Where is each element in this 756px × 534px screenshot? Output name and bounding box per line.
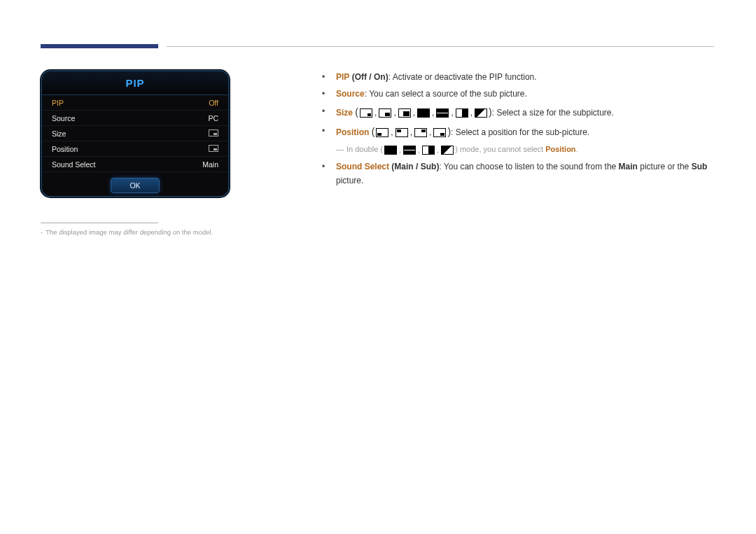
position-top-right-icon	[414, 128, 427, 137]
bullet-body: Source: You can select a source of the s…	[336, 87, 714, 101]
size-desc: : Select a size for the subpicture.	[492, 108, 614, 118]
osd-row-label: Source	[52, 114, 75, 122]
label-sound: Sound Select	[336, 162, 389, 171]
bullet-dot-icon: •	[322, 87, 336, 101]
footnote-dash: -	[41, 228, 43, 236]
position-bottom-right-icon	[433, 128, 446, 137]
lparen: (	[355, 106, 358, 118]
size-double-vertical-icon	[417, 108, 430, 118]
sound-desc-b: picture or the	[638, 162, 692, 171]
pip-on: On	[374, 72, 386, 82]
osd-panel: PIP PIP Off Source PC Size Position Soun…	[41, 70, 230, 197]
content-area: • PIP (Off / On): Activate or deactivate…	[322, 70, 714, 191]
position-icons-group: , , ,	[376, 125, 446, 139]
dash-icon: ―	[336, 145, 344, 153]
osd-row-value	[209, 129, 218, 138]
label-source: Source	[336, 89, 365, 99]
position-desc: : Select a position for the sub-picture.	[451, 127, 589, 137]
position-subnote: ―In double ( , , , ) mode, you cannot se…	[336, 143, 714, 156]
subnote-end: .	[576, 145, 578, 153]
bullet-source: • Source: You can select a source of the…	[322, 87, 714, 101]
sound-desc-a: : You can choose to listen to the sound …	[439, 162, 618, 171]
size-double-horizontal-icon	[436, 108, 449, 118]
subnote-position-word: Position	[545, 145, 575, 153]
section-divider	[167, 46, 714, 47]
size-medium-icon	[379, 108, 391, 118]
label-position: Position	[336, 127, 369, 137]
bullet-pip: • PIP (Off / On): Activate or deactivate…	[322, 70, 714, 84]
pip-off: Off	[355, 72, 367, 82]
sound-slash: /	[414, 162, 421, 171]
sound-main-word: Main	[619, 162, 638, 171]
source-desc: : You can select a source of the sub pic…	[365, 89, 527, 99]
pip-slash: /	[367, 72, 374, 82]
subnote-suffix: ) mode, you cannot select	[455, 145, 545, 153]
sound-desc-c: picture.	[336, 176, 363, 185]
size-icons-group: , , , , , ,	[360, 106, 487, 120]
osd-row-size[interactable]: Size	[42, 126, 228, 141]
size-small-icon	[360, 108, 372, 118]
osd-title: PIP	[42, 71, 228, 95]
osd-row-label: Size	[52, 129, 66, 138]
ok-button[interactable]: OK	[111, 178, 160, 193]
osd-row-value: PC	[208, 114, 218, 122]
bullet-body: Position ( , , , ): Select a position fo…	[336, 124, 714, 141]
osd-row-label: Position	[52, 145, 78, 153]
osd-ok-container: OK	[42, 172, 228, 197]
pip-position-icon	[209, 145, 218, 152]
footnote-text: -The displayed image may differ dependin…	[41, 228, 213, 236]
bullet-dot-icon: •	[322, 160, 336, 188]
sound-sub-word: Sub	[692, 162, 708, 171]
osd-row-position[interactable]: Position	[42, 141, 228, 157]
size-diagonal-icon	[441, 146, 454, 155]
bullet-body: PIP (Off / On): Activate or deactivate t…	[336, 70, 714, 84]
pip-desc: : Activate or deactivate the PIP functio…	[388, 72, 537, 82]
position-top-left-icon	[396, 128, 408, 137]
osd-row-value: Off	[209, 99, 218, 107]
pip-size-icon	[209, 129, 218, 136]
osd-row-label: PIP	[52, 99, 64, 107]
size-double-vertical-icon	[384, 146, 397, 155]
osd-row-sound[interactable]: Sound Select Main	[42, 157, 228, 172]
bullet-size: • Size ( , , , , , , ): Select a size fo…	[322, 104, 714, 121]
footnote-rule	[41, 223, 158, 223]
subnote-icons-group: , , ,	[384, 143, 454, 157]
section-accent-bar	[41, 44, 158, 48]
bullet-body: Sound Select (Main / Sub): You can choos…	[336, 160, 714, 188]
osd-row-value: Main	[202, 160, 218, 169]
bullet-dot-icon: •	[322, 124, 336, 141]
lparen: (	[372, 126, 375, 137]
sound-main: Main	[394, 162, 413, 171]
size-right-half-icon	[422, 146, 435, 155]
size-diagonal-icon	[475, 108, 487, 118]
bullet-position: • Position ( , , , ): Select a position …	[322, 124, 714, 141]
size-double-horizontal-icon	[403, 146, 416, 155]
subnote-prefix: In double (	[346, 145, 383, 153]
label-size: Size	[336, 108, 353, 118]
bullet-dot-icon: •	[322, 104, 336, 121]
bullet-body: Size ( , , , , , , ): Select a size for …	[336, 104, 714, 121]
position-bottom-left-icon	[376, 128, 388, 137]
size-right-half-icon	[456, 108, 468, 118]
size-large-icon	[398, 108, 411, 118]
osd-row-source[interactable]: Source PC	[42, 111, 228, 126]
bullet-dot-icon: •	[322, 70, 336, 84]
label-pip: PIP	[336, 72, 349, 82]
osd-row-pip[interactable]: PIP Off	[42, 95, 228, 111]
sound-sub: Sub	[421, 162, 437, 171]
footnote-body: The displayed image may differ depending…	[46, 228, 213, 236]
osd-row-value	[209, 145, 218, 153]
bullet-sound: • Sound Select (Main / Sub): You can cho…	[322, 160, 714, 188]
osd-row-label: Sound Select	[52, 160, 95, 169]
